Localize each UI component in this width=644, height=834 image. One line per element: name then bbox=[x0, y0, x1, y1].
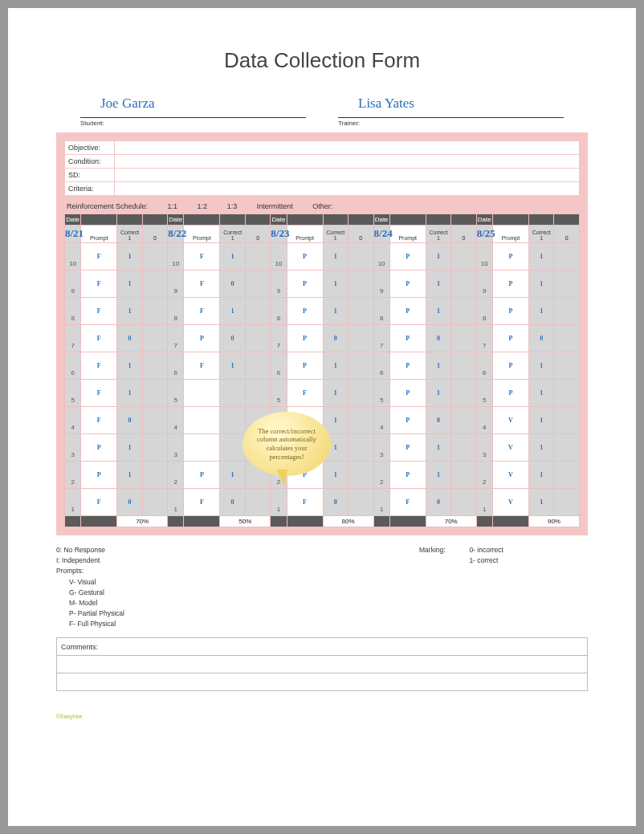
prompt-cell[interactable]: P bbox=[492, 298, 528, 325]
correct-cell-0[interactable] bbox=[348, 407, 373, 434]
criteria-value[interactable] bbox=[115, 182, 580, 196]
correct-cell-0[interactable] bbox=[348, 434, 373, 462]
prompt-cell[interactable]: P bbox=[492, 352, 528, 380]
correct-cell[interactable]: 1 bbox=[426, 298, 450, 325]
objective-value[interactable] bbox=[115, 141, 580, 155]
correct-cell[interactable]: 0 bbox=[426, 489, 450, 516]
prompt-cell[interactable]: F bbox=[184, 271, 220, 298]
correct-cell-0[interactable] bbox=[348, 462, 373, 489]
correct-cell[interactable]: 1 bbox=[323, 352, 348, 380]
prompt-cell[interactable]: P bbox=[287, 271, 323, 298]
correct-cell-0[interactable] bbox=[451, 462, 476, 489]
correct-cell[interactable]: 0 bbox=[528, 325, 553, 352]
correct-cell-0[interactable] bbox=[142, 380, 167, 407]
correct-cell-0[interactable] bbox=[554, 243, 580, 271]
correct-cell-0[interactable] bbox=[554, 380, 580, 407]
correct-cell[interactable]: 1 bbox=[220, 462, 245, 489]
correct-cell-0[interactable] bbox=[348, 489, 373, 516]
correct-cell-0[interactable] bbox=[554, 271, 580, 298]
correct-cell-0[interactable] bbox=[451, 298, 476, 325]
prompt-cell[interactable] bbox=[184, 434, 220, 462]
prompt-cell[interactable]: P bbox=[389, 380, 426, 407]
prompt-cell[interactable]: F bbox=[81, 407, 117, 434]
correct-cell[interactable]: 0 bbox=[117, 407, 142, 434]
correct-cell[interactable]: 1 bbox=[426, 243, 450, 271]
correct-cell-0[interactable] bbox=[348, 271, 373, 298]
correct-cell-0[interactable] bbox=[451, 352, 476, 380]
correct-cell[interactable]: 1 bbox=[426, 380, 450, 407]
prompt-cell[interactable]: P bbox=[389, 271, 426, 298]
correct-cell-0[interactable] bbox=[554, 434, 580, 462]
correct-cell[interactable]: 1 bbox=[528, 462, 553, 489]
correct-cell-0[interactable] bbox=[451, 434, 476, 462]
correct-cell[interactable]: 0 bbox=[117, 489, 142, 516]
prompt-cell[interactable]: P bbox=[287, 243, 323, 271]
prompt-cell[interactable]: F bbox=[81, 489, 117, 516]
correct-cell-0[interactable] bbox=[554, 407, 580, 434]
prompt-cell[interactable]: P bbox=[492, 325, 528, 352]
prompt-cell[interactable]: P bbox=[492, 271, 528, 298]
prompt-cell[interactable]: P bbox=[81, 462, 117, 489]
correct-cell[interactable]: 1 bbox=[117, 352, 142, 380]
correct-cell-0[interactable] bbox=[245, 380, 270, 407]
correct-cell-0[interactable] bbox=[142, 407, 167, 434]
correct-cell-0[interactable] bbox=[554, 352, 580, 380]
correct-cell[interactable]: 1 bbox=[220, 352, 245, 380]
prompt-cell[interactable]: P bbox=[287, 352, 323, 380]
correct-cell[interactable]: 0 bbox=[220, 489, 245, 516]
correct-cell[interactable]: 1 bbox=[528, 352, 553, 380]
correct-cell-0[interactable] bbox=[142, 434, 167, 462]
prompt-cell[interactable]: F bbox=[287, 489, 323, 516]
correct-cell[interactable]: 0 bbox=[220, 325, 245, 352]
prompt-cell[interactable]: F bbox=[81, 325, 117, 352]
correct-cell-0[interactable] bbox=[451, 407, 476, 434]
prompt-cell[interactable]: F bbox=[389, 489, 426, 516]
prompt-cell[interactable]: F bbox=[81, 271, 117, 298]
correct-cell[interactable]: 0 bbox=[220, 271, 245, 298]
prompt-cell[interactable] bbox=[184, 380, 220, 407]
correct-cell[interactable]: 0 bbox=[426, 325, 450, 352]
prompt-cell[interactable]: P bbox=[184, 462, 220, 489]
correct-cell-0[interactable] bbox=[451, 271, 476, 298]
correct-cell[interactable]: 1 bbox=[323, 271, 348, 298]
prompt-cell[interactable]: P bbox=[287, 325, 323, 352]
correct-cell[interactable]: 1 bbox=[426, 462, 450, 489]
correct-cell[interactable]: 1 bbox=[528, 489, 553, 516]
prompt-cell[interactable]: V bbox=[492, 434, 528, 462]
prompt-cell[interactable]: P bbox=[287, 298, 323, 325]
prompt-cell[interactable]: F bbox=[184, 352, 220, 380]
correct-cell[interactable]: 1 bbox=[117, 243, 142, 271]
correct-cell-0[interactable] bbox=[142, 298, 167, 325]
correct-cell[interactable]: 1 bbox=[117, 434, 142, 462]
correct-cell[interactable]: 1 bbox=[528, 271, 553, 298]
correct-cell-0[interactable] bbox=[348, 325, 373, 352]
condition-value[interactable] bbox=[115, 155, 580, 169]
prompt-cell[interactable]: V bbox=[492, 462, 528, 489]
correct-cell[interactable]: 1 bbox=[528, 434, 553, 462]
correct-cell-0[interactable] bbox=[245, 271, 270, 298]
prompt-cell[interactable]: F bbox=[81, 380, 117, 407]
prompt-cell[interactable]: F bbox=[287, 380, 323, 407]
correct-cell-0[interactable] bbox=[142, 325, 167, 352]
prompt-cell[interactable]: P bbox=[389, 434, 426, 462]
correct-cell[interactable]: 1 bbox=[528, 243, 553, 271]
correct-cell-0[interactable] bbox=[142, 462, 167, 489]
correct-cell[interactable] bbox=[220, 380, 245, 407]
correct-cell[interactable]: 1 bbox=[117, 271, 142, 298]
correct-cell-0[interactable] bbox=[142, 243, 167, 271]
prompt-cell[interactable]: F bbox=[184, 243, 220, 271]
correct-cell[interactable]: 1 bbox=[220, 298, 245, 325]
prompt-cell[interactable]: P bbox=[389, 298, 426, 325]
correct-cell[interactable]: 1 bbox=[323, 380, 348, 407]
correct-cell-0[interactable] bbox=[245, 352, 270, 380]
prompt-cell[interactable]: P bbox=[389, 243, 426, 271]
prompt-cell[interactable]: P bbox=[81, 434, 117, 462]
correct-cell-0[interactable] bbox=[142, 489, 167, 516]
correct-cell[interactable]: 1 bbox=[528, 407, 553, 434]
correct-cell[interactable]: 0 bbox=[426, 407, 450, 434]
correct-cell-0[interactable] bbox=[142, 352, 167, 380]
correct-cell-0[interactable] bbox=[554, 325, 580, 352]
correct-cell-0[interactable] bbox=[348, 380, 373, 407]
prompt-cell[interactable]: P bbox=[389, 325, 426, 352]
correct-cell-0[interactable] bbox=[451, 243, 476, 271]
